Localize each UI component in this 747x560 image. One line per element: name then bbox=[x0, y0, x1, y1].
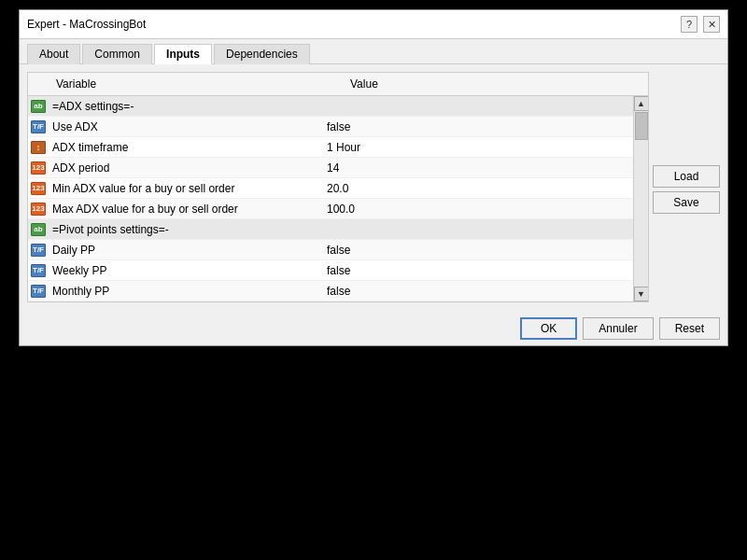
row-variable: Monthly PP bbox=[49, 283, 319, 300]
scroll-thumb[interactable] bbox=[635, 112, 648, 140]
tab-inputs[interactable]: Inputs bbox=[154, 44, 212, 64]
scroll-up-arrow[interactable]: ▲ bbox=[634, 96, 649, 111]
row-variable: ADX period bbox=[49, 160, 319, 176]
col-variable-header: Variable bbox=[49, 76, 343, 92]
table-wrapper: Variable Value ab =ADX setting bbox=[27, 72, 649, 302]
tab-common[interactable]: Common bbox=[82, 44, 152, 64]
row-value: 1 Hour bbox=[319, 139, 633, 156]
inputs-table: Variable Value ab =ADX setting bbox=[27, 72, 649, 302]
col-value-header: Value bbox=[343, 76, 633, 92]
row-value: 100.0 bbox=[319, 201, 633, 217]
table-row[interactable]: T/F Monthly PP false bbox=[28, 281, 633, 301]
row-icon: ↕ bbox=[28, 141, 49, 154]
scroll-down-arrow[interactable]: ▼ bbox=[634, 287, 649, 301]
row-icon: ab bbox=[28, 223, 49, 236]
row-variable: Max ADX value for a buy or sell order bbox=[49, 201, 319, 217]
row-value: false bbox=[319, 262, 633, 279]
reset-button[interactable]: Reset bbox=[659, 317, 720, 340]
scroll-track[interactable] bbox=[634, 111, 649, 287]
annuler-button[interactable]: Annuler bbox=[583, 317, 653, 340]
title-bar-controls: ? ✕ bbox=[681, 16, 720, 33]
main-area: Variable Value ab =ADX setting bbox=[27, 72, 720, 302]
save-button[interactable]: Save bbox=[653, 191, 720, 214]
row-variable: Daily PP bbox=[49, 242, 319, 259]
icon-bool: T/F bbox=[31, 244, 46, 257]
tab-about[interactable]: About bbox=[27, 44, 80, 64]
row-variable: ADX timeframe bbox=[49, 139, 319, 156]
icon-bool: T/F bbox=[31, 285, 46, 298]
row-icon: 123 bbox=[28, 182, 49, 195]
side-buttons: Load Save bbox=[653, 72, 720, 302]
table-row[interactable]: ab =ADX settings=- bbox=[28, 96, 633, 117]
icon-col-header bbox=[28, 76, 49, 92]
table-row[interactable]: ↕ ADX timeframe 1 Hour bbox=[28, 137, 633, 158]
row-icon: T/F bbox=[28, 120, 49, 133]
icon-ab: ab bbox=[31, 223, 46, 236]
icon-enum: ↕ bbox=[31, 141, 46, 154]
row-icon: 123 bbox=[28, 203, 49, 216]
content-area: Variable Value ab =ADX setting bbox=[20, 64, 727, 310]
table-body[interactable]: ab =ADX settings=- T/F Use ADX bbox=[28, 96, 633, 301]
row-value: false bbox=[319, 283, 633, 300]
table-body-area: ab =ADX settings=- T/F Use ADX bbox=[28, 96, 648, 301]
row-variable: =ADX settings=- bbox=[49, 98, 319, 115]
table-header: Variable Value bbox=[28, 73, 648, 96]
table-scrollbar[interactable]: ▲ ▼ bbox=[633, 96, 648, 301]
icon-num: 123 bbox=[31, 203, 46, 216]
icon-num: 123 bbox=[31, 182, 46, 195]
row-variable: =Pivot points settings=- bbox=[49, 221, 319, 238]
row-value bbox=[319, 105, 633, 108]
row-icon: 123 bbox=[28, 161, 49, 175]
row-icon: ab bbox=[28, 100, 49, 113]
ok-button[interactable]: OK bbox=[520, 317, 577, 340]
row-value bbox=[319, 228, 633, 231]
icon-num: 123 bbox=[31, 161, 46, 175]
row-value: 20.0 bbox=[319, 180, 633, 197]
row-value: false bbox=[319, 242, 633, 259]
title-bar: Expert - MaCrossingBot ? ✕ bbox=[20, 10, 727, 39]
row-variable: Use ADX bbox=[49, 119, 319, 135]
row-icon: T/F bbox=[28, 244, 49, 257]
row-value: false bbox=[319, 119, 633, 135]
icon-ab: ab bbox=[31, 100, 46, 113]
footer: OK Annuler Reset bbox=[20, 310, 727, 345]
row-icon: T/F bbox=[28, 264, 49, 277]
tab-dependencies[interactable]: Dependencies bbox=[214, 44, 310, 64]
expert-dialog: Expert - MaCrossingBot ? ✕ About Common … bbox=[19, 9, 728, 346]
table-row[interactable]: T/F Daily PP false bbox=[28, 240, 633, 260]
table-row[interactable]: 123 Max ADX value for a buy or sell orde… bbox=[28, 199, 633, 219]
window-title: Expert - MaCrossingBot bbox=[27, 18, 146, 31]
icon-bool: T/F bbox=[31, 120, 46, 133]
table-row[interactable]: 123 ADX period 14 bbox=[28, 158, 633, 178]
load-button[interactable]: Load bbox=[653, 165, 720, 188]
close-button[interactable]: ✕ bbox=[703, 16, 720, 33]
row-variable: Min ADX value for a buy or sell order bbox=[49, 180, 319, 197]
row-icon: T/F bbox=[28, 285, 49, 298]
icon-bool: T/F bbox=[31, 264, 46, 277]
table-row[interactable]: 123 Min ADX value for a buy or sell orde… bbox=[28, 178, 633, 199]
row-value: 14 bbox=[319, 160, 633, 176]
table-row[interactable]: T/F Use ADX false bbox=[28, 117, 633, 137]
help-button[interactable]: ? bbox=[681, 16, 698, 33]
table-row[interactable]: ab =Pivot points settings=- bbox=[28, 219, 633, 240]
row-variable: Weekly PP bbox=[49, 262, 319, 279]
table-row[interactable]: T/F Weekly PP false bbox=[28, 260, 633, 281]
scrollbar-header-spacer bbox=[633, 76, 648, 92]
tab-bar: About Common Inputs Dependencies bbox=[20, 39, 727, 64]
